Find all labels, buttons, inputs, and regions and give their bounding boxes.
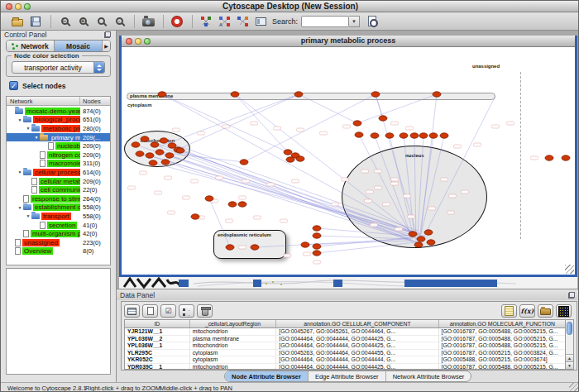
expand-arrow-icon[interactable]: ▼ <box>33 135 40 140</box>
table-row[interactable]: YDR039C__1mitochondrion[GO:0044464, GO:0… <box>125 364 567 370</box>
tree-row[interactable]: Overview8(0) <box>7 247 110 256</box>
network-node[interactable] <box>284 150 292 155</box>
network-node[interactable] <box>440 133 448 138</box>
scroll-down-button[interactable]: ▼ <box>566 361 573 369</box>
select-attributes-button[interactable] <box>124 304 140 318</box>
region-endoplasmic-reticulum[interactable]: endoplasmic reticulum <box>213 230 286 259</box>
network-node[interactable] <box>419 133 428 138</box>
zoom-in-button[interactable]: + <box>74 13 91 29</box>
network-node[interactable] <box>429 133 438 138</box>
tree-row[interactable]: ▼cellular process614(0) <box>7 168 110 177</box>
network-node[interactable] <box>238 202 246 207</box>
app-resize-grip[interactable] <box>569 382 579 392</box>
network-node[interactable] <box>313 226 321 231</box>
background-windows-strip[interactable] <box>119 277 577 289</box>
network-node[interactable] <box>355 132 363 137</box>
table-row[interactable]: YPL036W__2plasma membrane[GO:0044464, GO… <box>125 336 567 343</box>
tree-row[interactable]: ▼metabolic process280(0) <box>7 124 110 133</box>
tree-row[interactable]: mosaic-demo-yeast874(0) <box>7 107 110 116</box>
tree-row[interactable]: ▼establishment of lo558(0) <box>7 203 110 213</box>
network-window-titlebar[interactable]: primary metabolic process <box>122 36 575 47</box>
network-node[interactable] <box>205 196 213 201</box>
tree-row[interactable]: cell communicat22(0) <box>7 185 110 194</box>
tab-edge-attribute-browser[interactable]: Edge Attribute Browser <box>309 371 386 381</box>
zoom-selected-region-button[interactable] <box>93 13 109 29</box>
region-nucleus[interactable]: nucleus <box>342 146 487 248</box>
tree-row[interactable]: cellular metabol209(0) <box>7 177 110 186</box>
save-button[interactable] <box>27 13 44 29</box>
select-all-attributes-button[interactable]: ☑ <box>160 304 176 318</box>
network-node[interactable] <box>296 156 304 161</box>
tree-row[interactable]: macromolecule311(0) <box>7 160 110 169</box>
network-node[interactable] <box>313 233 321 238</box>
import-attributes-button[interactable] <box>538 304 553 318</box>
network-node[interactable] <box>353 121 361 126</box>
network-node[interactable] <box>562 155 570 160</box>
network-node[interactable] <box>301 242 309 247</box>
network-node[interactable] <box>379 116 387 121</box>
region-plasma-membrane[interactable]: plasma membrane <box>127 93 495 100</box>
network-node[interactable] <box>286 157 294 162</box>
tree-row[interactable]: unassigned223(0) <box>7 238 110 247</box>
attribute-table[interactable]: ID_cellularLayoutRegionannotation.GO CEL… <box>124 319 567 370</box>
attribute-table-header[interactable]: ID_cellularLayoutRegionannotation.GO CEL… <box>125 320 567 328</box>
tree-row[interactable]: nitrogen compo209(0) <box>7 151 110 160</box>
open-file-button[interactable] <box>9 13 26 29</box>
tree-row[interactable]: nucleobase-209(0) <box>7 141 110 151</box>
network-window[interactable]: primary metabolic process plasma membran… <box>119 36 577 277</box>
tab-mosaic[interactable]: Mosaic <box>55 41 103 51</box>
tree-row[interactable]: response to stimul264(0) <box>7 194 110 203</box>
region-mitochondrion[interactable]: mitochondrion <box>124 131 190 167</box>
network-node[interactable] <box>371 133 379 138</box>
expand-arrow-icon[interactable]: ▼ <box>17 205 23 210</box>
network-canvas[interactable]: plasma membrane cytoplasm mitochondrion … <box>122 47 575 275</box>
window-resize-grip[interactable] <box>565 265 574 274</box>
float-panel-icon[interactable] <box>568 292 575 299</box>
unselect-all-attributes-button[interactable] <box>179 304 194 318</box>
expand-arrow-icon[interactable]: ▼ <box>25 126 31 131</box>
table-row[interactable]: YPL036W__1mitochondrion[GO:0044464, GO:0… <box>125 342 567 350</box>
select-nodes-checkbox[interactable]: ✓ <box>9 81 18 90</box>
search-dropdown-button[interactable]: ▼ <box>349 16 360 27</box>
scroll-up-button[interactable]: ▲ <box>566 354 573 361</box>
network-node[interactable] <box>228 202 237 207</box>
network-node[interactable] <box>313 244 321 249</box>
tab-network[interactable]: Network <box>7 41 55 51</box>
matrix-view-button[interactable] <box>556 304 572 318</box>
expand-arrow-icon[interactable]: ▼ <box>25 213 31 218</box>
table-column-header[interactable]: annotation.GO MOLECULAR_FUNCTION <box>439 320 567 327</box>
advanced-search-button[interactable] <box>364 13 380 29</box>
tab-overflow-button[interactable]: ▶ <box>103 41 110 51</box>
table-column-header[interactable]: annotation.GO CELLULAR_COMPONENT <box>276 320 438 327</box>
tab-network-attribute-browser[interactable]: Network Attribute Browser <box>386 371 471 381</box>
zoom-out-button[interactable]: − <box>56 13 73 29</box>
table-row[interactable]: YLR295Ccytoplasm[GO:0045263, GO:0044464,… <box>125 350 567 357</box>
toggle-panel-button[interactable] <box>252 13 269 29</box>
tree-col-network[interactable]: Network <box>10 98 33 105</box>
apply-layout-button[interactable]: A <box>216 13 232 29</box>
tree-row[interactable]: secretion41(0) <box>7 221 110 230</box>
function-builder-button[interactable]: f(x) <box>519 304 535 318</box>
network-node[interactable] <box>410 133 419 138</box>
help-button[interactable] <box>169 13 185 29</box>
table-column-header[interactable]: _cellularLayoutRegion <box>190 320 277 327</box>
scrollbar-thumb[interactable] <box>567 322 572 335</box>
expand-arrow-icon[interactable]: ▼ <box>17 170 23 174</box>
vizmapper-button[interactable] <box>198 13 214 29</box>
float-panel-icon[interactable] <box>104 31 111 38</box>
delete-attribute-button[interactable] <box>197 304 213 318</box>
new-attribute-button[interactable] <box>142 304 158 318</box>
table-scrollbar[interactable]: ▲ ▼ <box>565 319 574 370</box>
network-node[interactable] <box>385 133 394 138</box>
tree-row[interactable]: ▼transport558(0) <box>7 212 110 221</box>
tree-row[interactable]: multi-organism pro42(0) <box>7 229 110 238</box>
tab-node-attribute-browser[interactable]: Node Attribute Browser <box>225 371 309 381</box>
table-column-header[interactable]: ID <box>125 320 190 327</box>
expand-arrow-icon[interactable]: ▼ <box>17 117 23 122</box>
network-node[interactable] <box>400 133 408 138</box>
search-input[interactable] <box>301 16 349 27</box>
node-color-dropdown[interactable]: transporter activity <box>12 61 105 74</box>
tree-row[interactable]: ▼biological_process651(0) <box>7 116 110 125</box>
network-node[interactable] <box>240 160 248 165</box>
network-node[interactable] <box>313 251 321 256</box>
